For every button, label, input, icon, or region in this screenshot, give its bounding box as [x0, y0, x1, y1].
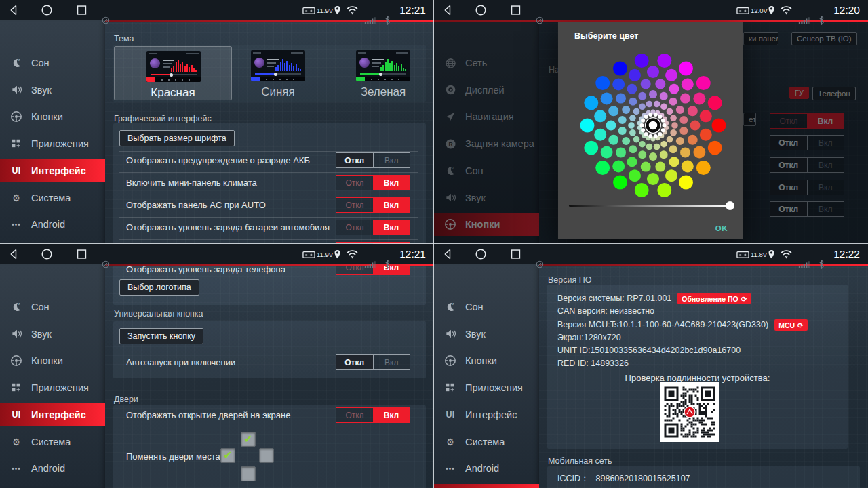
- sidebar-item-1[interactable]: Звук: [434, 323, 539, 346]
- sidebar-item-7[interactable]: iОб устройстве: [0, 484, 105, 488]
- sidebar-item-4[interactable]: UIИнтерфейс: [0, 159, 105, 182]
- toggle-off-label[interactable]: Откл: [336, 176, 373, 190]
- voltage-reading: 12.0V: [751, 7, 768, 14]
- toggle-off-label[interactable]: Откл: [336, 408, 373, 422]
- nav-recents-icon[interactable]: [510, 5, 521, 16]
- sidebar-item-4[interactable]: UIИнтерфейс: [434, 403, 539, 426]
- sidebar-item-0[interactable]: zСон: [0, 52, 105, 75]
- toggle-on-label[interactable]: Вкл: [373, 176, 410, 190]
- toggle-on-label[interactable]: Вкл: [373, 408, 410, 422]
- sidebar-item-4[interactable]: UIИнтерфейс: [0, 403, 105, 426]
- sidebar-item-0[interactable]: zСон: [0, 296, 105, 319]
- quadrant-separator-vertical: [433, 0, 434, 488]
- toggle-on-label[interactable]: Вкл: [373, 153, 410, 167]
- theme-card-0[interactable]: Красная: [114, 46, 232, 100]
- update-badge[interactable]: Обновление ПО⟳: [677, 293, 751, 304]
- main-area: Версия ПОВерсия системы: RP7.01.001Обнов…: [539, 266, 868, 488]
- sidebar-item-6[interactable]: •••Android: [0, 457, 105, 480]
- sidebar-item-label: Сон: [465, 302, 484, 312]
- nav-back-icon[interactable]: [442, 249, 454, 260]
- door-checkbox-right[interactable]: [259, 448, 274, 463]
- nav-recents-icon[interactable]: [76, 249, 87, 260]
- nav-home-icon[interactable]: [41, 4, 53, 16]
- theme-preview-thumbnail: [146, 51, 201, 82]
- status-bar: 11.8V12:22: [434, 244, 868, 264]
- theme-card-1[interactable]: Синяя: [219, 46, 337, 100]
- door-checkbox-bottom[interactable]: [241, 466, 256, 481]
- voltage-reading: 11.9V: [317, 251, 333, 258]
- head-unit-settings-collage: 11.9V12:21zСонЗвукКнопкиПриложенияUIИнте…: [0, 0, 868, 488]
- toggle-on-label[interactable]: Вкл: [373, 266, 410, 274]
- sidebar-item-3[interactable]: Приложения: [0, 132, 105, 155]
- theme-card-2[interactable]: Зеленая: [324, 46, 434, 100]
- theme-preview-thumbnail: [356, 50, 410, 81]
- door-checkbox-left[interactable]: ✔: [220, 448, 235, 463]
- gears-icon: ⚙: [9, 436, 24, 447]
- sidebar-item-label: Сон: [31, 302, 50, 312]
- logo-button[interactable]: Выбор логотипа: [119, 279, 199, 296]
- check-icon: ✔: [223, 449, 232, 462]
- nav-home-icon[interactable]: [475, 248, 487, 260]
- info-text: Версия системы: RP7.01.001: [557, 293, 671, 303]
- sidebar-item-label: Система: [31, 192, 71, 203]
- sidebar-item-2[interactable]: Кнопки: [434, 349, 539, 372]
- toggle[interactable]: ОтклВкл: [336, 197, 410, 213]
- sidebar-item-6[interactable]: •••Android: [434, 457, 539, 480]
- door-checkbox-top[interactable]: ✔: [241, 432, 256, 447]
- color-picker-dialog: Выберите цветOK: [558, 22, 743, 239]
- toggle-on-label[interactable]: Вкл: [373, 198, 410, 212]
- sidebar-item-5[interactable]: ⚙Система: [434, 430, 539, 453]
- dots-glyph: •••: [12, 221, 21, 228]
- sidebar-item-3[interactable]: Приложения: [434, 376, 539, 399]
- setting-label: Отображать открытие дверей на экране: [126, 410, 290, 420]
- sidebar-item-3[interactable]: Приложения: [0, 376, 105, 399]
- update-badge[interactable]: MCU⟳: [774, 319, 808, 331]
- sidebar-item-2[interactable]: Кнопки: [0, 349, 105, 372]
- sidebar-item-0[interactable]: zСон: [434, 296, 539, 319]
- toggle[interactable]: ОтклВкл: [336, 220, 410, 235]
- qr-canvas: [663, 385, 717, 439]
- row-divider: [119, 195, 418, 195]
- info-line: Версия системы: RP7.01.001Обновление ПО⟳: [557, 293, 751, 304]
- toggle-off-label[interactable]: Откл: [336, 198, 373, 212]
- info-text: UNIT ID:150100335636434d4202bc1d90a16700: [557, 346, 741, 355]
- info-line: UNIT ID:150100335636434d4202bc1d90a16700: [557, 346, 741, 355]
- nav-back-icon[interactable]: [442, 5, 454, 16]
- theme-name: Красная: [115, 86, 231, 100]
- nav-recents-icon[interactable]: [510, 249, 521, 260]
- sidebar-item-1[interactable]: Звук: [0, 323, 105, 346]
- toggle[interactable]: ОтклВкл: [336, 175, 410, 190]
- nav-recents-icon[interactable]: [76, 5, 87, 16]
- toggle-on-label[interactable]: Вкл: [373, 355, 410, 369]
- ok-button[interactable]: OK: [715, 224, 728, 232]
- nav-home-icon[interactable]: [475, 4, 487, 16]
- sidebar-item-6[interactable]: •••Android: [0, 213, 105, 236]
- toggle-off-label[interactable]: Откл: [336, 153, 373, 167]
- nav-back-icon[interactable]: [8, 249, 20, 260]
- toggle[interactable]: ОтклВкл: [336, 407, 410, 423]
- sidebar-item-5[interactable]: ⚙Система: [0, 186, 105, 209]
- brightness-slider-thumb[interactable]: [726, 201, 734, 210]
- sidebar-item-5[interactable]: ⚙Система: [0, 430, 105, 453]
- launch-button[interactable]: Запустить кнопку: [119, 328, 203, 344]
- row-divider: [119, 172, 418, 173]
- battery-icon: [302, 250, 315, 259]
- toggle[interactable]: ОтклВкл: [336, 354, 410, 370]
- gears-icon: ⚙: [9, 192, 24, 203]
- toggle[interactable]: ОтклВкл: [336, 152, 410, 168]
- sidebar-item-1[interactable]: Звук: [0, 79, 105, 102]
- color-wheel[interactable]: [558, 43, 743, 200]
- ui-glyph: UI: [12, 410, 20, 420]
- voltage-reading: 11.8V: [751, 251, 767, 258]
- toggle-off-label[interactable]: Откл: [336, 220, 373, 235]
- wifi-icon: [346, 5, 359, 15]
- sidebar-item-2[interactable]: Кнопки: [0, 105, 105, 128]
- nav-back-icon[interactable]: [8, 5, 20, 16]
- font-size-button[interactable]: Выбрать размер шрифта: [119, 130, 235, 146]
- toggle-on-label[interactable]: Вкл: [373, 220, 410, 235]
- nav-home-icon[interactable]: [41, 248, 53, 260]
- brightness-slider-track[interactable]: [569, 205, 732, 207]
- section-header: Универсальная кнопка: [114, 309, 203, 319]
- sidebar-item-7[interactable]: iОб устройстве: [434, 484, 539, 488]
- toggle-off-label[interactable]: Откл: [336, 355, 373, 369]
